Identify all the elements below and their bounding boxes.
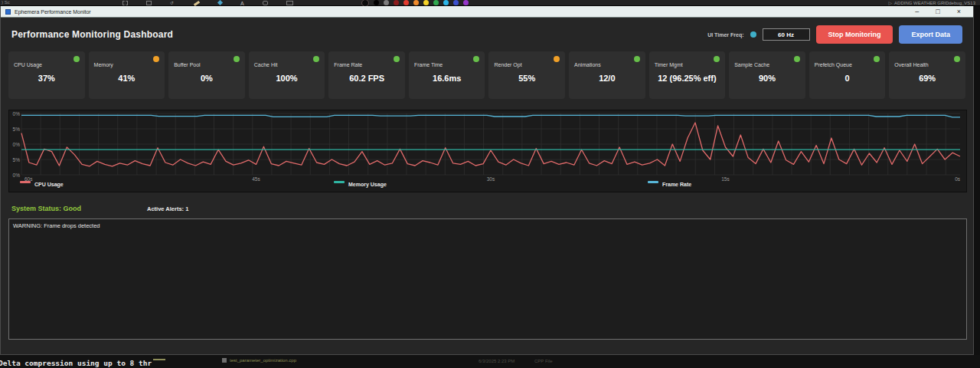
export-data-button[interactable]: Export Data [899,25,962,44]
paint-tools: ↺ A [122,0,293,6]
card-value: 90% [734,74,800,83]
card-label: Render Opt [494,62,521,67]
terminal-output-text: Delta compression using up to 8 thr [0,359,152,367]
legend-item-frame-rate: Frame Rate [648,182,691,187]
terminal-cursor-artifact [153,359,165,360]
timer-status-icon [750,31,756,38]
status-dot-icon [714,56,720,62]
metric-card-render-opt: Render Opt55% [488,51,565,99]
palette-color-5[interactable] [423,0,429,5]
metric-card-cpu-usage: CPU Usage37% [8,51,85,99]
app-window: Ephemera Performance Monitor – □ × Perfo… [0,6,974,355]
svg-text:0%: 0% [13,142,21,147]
card-value: 100% [254,74,320,83]
status-dot-icon [234,56,240,62]
legend-label: Frame Rate [662,182,691,187]
chart-plot-area: 0%5%0%5%0%60s45s30s15s0s [9,110,966,181]
file-type-text: CPP File [534,359,553,363]
background-paint-toolbar[interactable]: ) Sc ↺ A ▷ADDING WEATHER GRIDdebug_VS13 [0,0,980,6]
status-row: System Status: Good Active Alerts: 1 [11,205,962,212]
paint-color-palette [361,0,469,6]
card-value: 69% [894,74,960,83]
window-titlebar[interactable]: Ephemera Performance Monitor – □ × [1,6,973,18]
legend-swatch-icon [648,181,658,183]
timer-freq-input[interactable] [763,28,810,41]
svg-text:0s: 0s [955,176,961,181]
timer-freq-label: UI Timer Freq: [707,32,743,38]
card-label: Memory [94,62,113,67]
legend-item-cpu-usage: CPU Usage [20,182,64,187]
performance-chart: 0%5%0%5%0%60s45s30s15s0s CPU UsageMemory… [8,110,967,192]
card-value: 0% [174,74,240,83]
status-dot-icon [473,56,479,62]
card-label: Timer Mgmt [655,62,683,67]
undo-icon[interactable]: ↺ [170,1,175,5]
pencil-icon[interactable] [194,1,200,6]
file-icon [222,358,227,363]
header-controls: UI Timer Freq: Stop Monitoring Export Da… [707,25,962,44]
palette-color-0[interactable] [374,0,379,5]
window-controls: – □ × [915,8,969,15]
status-dot-icon [634,56,640,62]
card-label: Prefetch Queue [815,62,852,67]
card-value: 60.2 FPS [334,74,400,83]
status-dot-icon [74,56,80,62]
status-dot-icon [394,56,400,62]
status-dot-icon [874,56,880,62]
status-dot-icon [313,56,319,62]
card-value: 12 (96.25% eff) [655,74,720,83]
editor-file-tab[interactable]: test_parameter_optimization.cpp [222,358,296,363]
status-dot-icon [954,56,960,62]
card-value: 0 [815,74,880,83]
alerts-log-textarea[interactable]: WARNING: Frame drops detected [8,219,967,340]
minimize-icon[interactable]: – [915,8,919,15]
system-status-text: System Status: Good [11,205,81,212]
palette-color-9[interactable] [463,0,469,5]
card-label: Frame Rate [334,62,362,67]
card-label: Cache Hit [254,62,278,67]
metric-card-sample-cache: Sample Cache90% [729,51,805,99]
card-label: Sample Cache [734,62,769,67]
run-icon: ▷ [888,1,892,5]
stop-monitoring-button[interactable]: Stop Monitoring [816,25,893,44]
window-title: Ephemera Performance Monitor [15,9,91,15]
eraser-icon[interactable] [217,0,223,5]
toolbar-text-fragment: ) Sc [2,0,10,5]
legend-swatch-icon [334,181,345,183]
dashboard-header: Performance Monitoring Dashboard UI Time… [1,18,973,48]
metric-card-frame-rate: Frame Rate60.2 FPS [328,51,405,99]
card-value: 41% [94,74,160,83]
metric-card-animations: Animations12/0 [569,51,645,99]
maximize-icon[interactable]: □ [936,8,939,15]
palette-color-8[interactable] [453,0,459,5]
active-alerts-text: Active Alerts: 1 [147,205,188,212]
legend-swatch-icon [20,181,31,183]
shapes-icon[interactable] [263,1,268,5]
selection-icon[interactable] [122,1,128,5]
palette-color-1[interactable] [384,0,389,5]
background-bottom-windows[interactable]: Delta compression using up to 8 thr test… [0,355,980,368]
card-value: 55% [494,74,560,83]
card-label: Buffer Pool [174,62,201,67]
legend-label: CPU Usage [34,182,64,187]
text-tool-icon[interactable]: A [240,1,244,5]
metric-card-timer-mgmt: Timer Mgmt12 (96.25% eff) [649,51,726,99]
metric-card-prefetch-queue: Prefetch Queue0 [809,51,886,99]
metric-card-overall-health: Overall Health69% [889,51,965,99]
card-value: 37% [14,74,80,83]
palette-color-4[interactable] [413,0,419,5]
paste-icon[interactable] [146,1,152,5]
palette-color-2[interactable] [394,0,399,5]
metric-card-buffer-pool: Buffer Pool0% [168,51,245,99]
palette-color-6[interactable] [433,0,439,5]
background-window-title[interactable]: ▷ADDING WEATHER GRIDdebug_VS13 [888,0,975,5]
status-dot-icon [794,56,800,62]
palette-color-3[interactable] [403,0,409,5]
save-icon[interactable] [286,1,293,5]
card-label: Overall Health [894,62,928,67]
page-title: Performance Monitoring Dashboard [11,29,173,40]
screen: ) Sc ↺ A ▷ADDING WEATHER GRIDdebug_VS13 … [0,0,980,368]
chart-legend: CPU UsageMemory UsageFrame Rate [9,182,966,192]
close-icon[interactable]: × [957,8,961,15]
palette-color-7[interactable] [443,0,449,5]
